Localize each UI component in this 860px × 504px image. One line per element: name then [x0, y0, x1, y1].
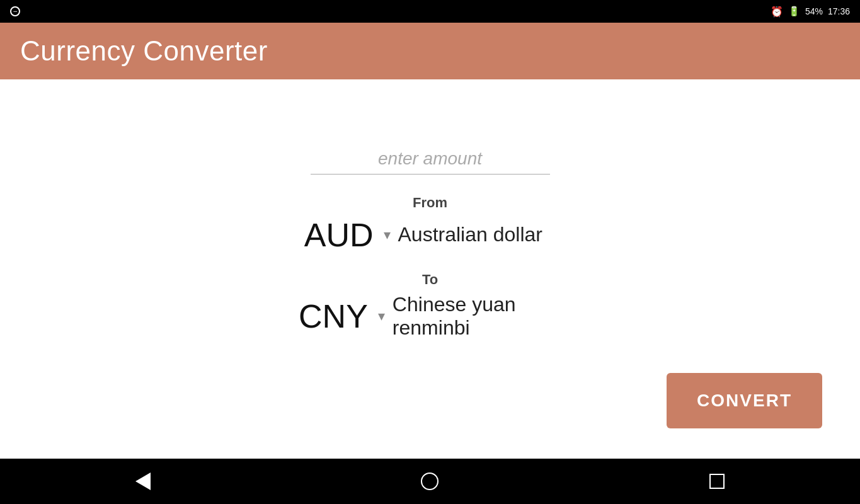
- status-bar-right: ⏰ 🔋 54% 17:36: [771, 6, 850, 18]
- from-currency-row: AUD ▾ Australian dollar: [273, 216, 588, 254]
- main-content: From AUD ▾ Australian dollar To CNY ▾ Ch…: [0, 79, 860, 459]
- nav-bar: [0, 459, 860, 504]
- convert-button[interactable]: CONVERT: [667, 373, 822, 428]
- status-bar: − ⏰ 🔋 54% 17:36: [0, 0, 860, 23]
- home-button[interactable]: [421, 472, 439, 490]
- minus-circle-icon: −: [10, 6, 20, 16]
- amount-input-container: [311, 144, 550, 175]
- home-icon: [421, 472, 439, 490]
- to-currency-code: CNY: [273, 297, 368, 335]
- to-dropdown-arrow[interactable]: ▾: [378, 308, 385, 324]
- to-currency-name: Chinese yuan renminbi: [393, 293, 588, 340]
- back-button[interactable]: [135, 472, 151, 490]
- from-currency-code: AUD: [273, 216, 374, 254]
- time: 17:36: [828, 6, 850, 16]
- from-currency-name: Australian dollar: [398, 223, 542, 246]
- to-label: To: [273, 272, 588, 288]
- recents-button[interactable]: [709, 474, 725, 489]
- status-bar-left: −: [10, 6, 20, 16]
- recents-icon: [709, 474, 725, 489]
- app-title: Currency Converter: [20, 35, 268, 67]
- battery-icon: 🔋: [788, 6, 800, 17]
- amount-input[interactable]: [311, 144, 550, 175]
- to-currency-row: CNY ▾ Chinese yuan renminbi: [273, 293, 588, 340]
- app-bar: Currency Converter: [0, 23, 860, 79]
- from-dropdown-arrow[interactable]: ▾: [384, 227, 391, 243]
- back-icon: [135, 472, 151, 490]
- currency-section: From AUD ▾ Australian dollar To CNY ▾ Ch…: [273, 195, 588, 357]
- alarm-icon: ⏰: [771, 6, 783, 18]
- battery-percent: 54%: [805, 6, 823, 16]
- from-label: From: [273, 195, 588, 211]
